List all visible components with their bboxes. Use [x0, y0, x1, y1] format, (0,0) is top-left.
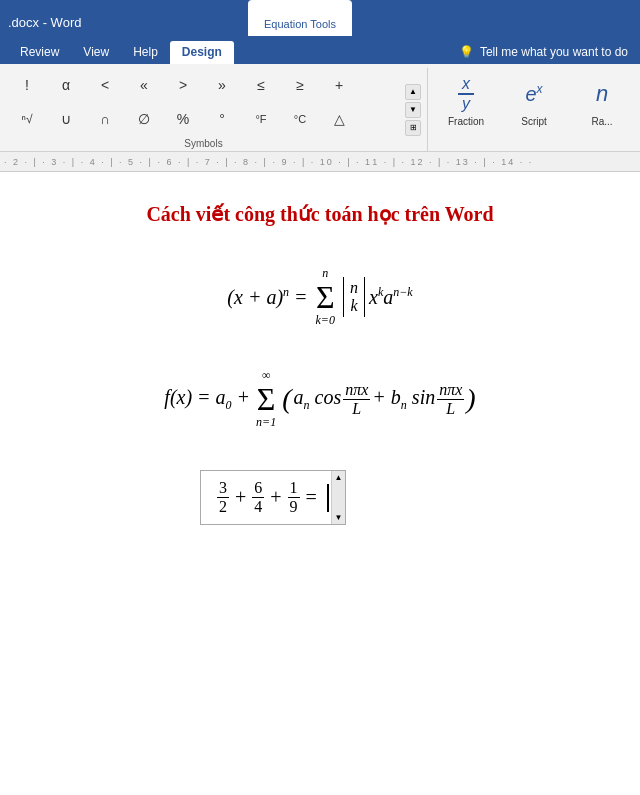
symbol-btn-lt[interactable]: <	[86, 70, 124, 100]
formula-2-fx: f(x) = a0 +	[164, 386, 250, 413]
scrollbar[interactable]: ▲ ▼	[331, 471, 345, 524]
symbols-grid: ! α < « > » ≤ ≥ +	[8, 68, 399, 102]
plus-1: +	[235, 486, 246, 509]
structures-group: x y Fraction ex Script n Ra...	[427, 68, 632, 151]
script-structure[interactable]: ex Script	[504, 68, 564, 131]
tell-me-text: Tell me what you want to do	[480, 45, 628, 59]
tell-me-area[interactable]: 💡 Tell me what you want to do	[447, 41, 640, 64]
formula-2: f(x) = a0 + ∞ Σ n=1 ( an cos nπx L + bn …	[60, 368, 580, 430]
symbols-group: ! α < « > » ≤ ≥ + ⁿ√ ∪ ∩ ∅ % ° °F °C △ S…	[8, 68, 399, 151]
script-icon: ex	[525, 72, 542, 116]
inline-formula-box[interactable]: 3 2 + 6 4 + 1 9 = ▲ ▼	[200, 470, 346, 525]
scroll-down-arrow[interactable]: ▼	[405, 102, 421, 118]
symbol-btn-intersect[interactable]: ∩	[86, 104, 124, 134]
symbol-btn-degF[interactable]: °F	[242, 104, 280, 134]
frac-6-4: 6 4	[252, 479, 264, 516]
script-label: Script	[521, 116, 547, 127]
filename: .docx - Word	[8, 15, 81, 36]
ruler: · 2 · | · 3 · | · 4 · | · 5 · | · 6 · | …	[0, 152, 640, 172]
equation-tools-tab: Equation Tools	[248, 0, 352, 36]
formula-2-paren-close: )	[466, 383, 475, 415]
binom-nk: n k	[343, 277, 365, 317]
symbol-btn-empty[interactable]: ∅	[125, 104, 163, 134]
lightbulb-icon: 💡	[459, 45, 474, 59]
plus-2: +	[270, 486, 281, 509]
scroll-up[interactable]: ▲	[334, 473, 342, 482]
symbol-btn-excl[interactable]: !	[8, 70, 46, 100]
symbol-btn-degree[interactable]: °	[203, 104, 241, 134]
symbol-btn-nroot[interactable]: ⁿ√	[8, 104, 46, 134]
formula-2-paren-open: (	[282, 383, 291, 415]
radical-icon: n	[596, 72, 608, 116]
scroll-expand-arrow[interactable]: ⊞	[405, 120, 421, 136]
symbol-btn-union[interactable]: ∪	[47, 104, 85, 134]
symbol-btn-degC[interactable]: °C	[281, 104, 319, 134]
symbol-btn-gg[interactable]: »	[203, 70, 241, 100]
symbols-label: Symbols	[8, 136, 399, 151]
symbol-btn-plus[interactable]: +	[320, 70, 358, 100]
tab-review[interactable]: Review	[8, 41, 71, 64]
fraction-label: Fraction	[448, 116, 484, 127]
sum-symbol-1: n Σ k=0	[316, 266, 335, 328]
scroll-arrows: ▲ ▼ ⊞	[403, 68, 423, 151]
frac-npi-x-L-2: nπx L	[437, 381, 464, 418]
symbol-btn-le[interactable]: ≤	[242, 70, 280, 100]
ribbon-content: ! α < « > » ≤ ≥ + ⁿ√ ∪ ∩ ∅ % ° °F °C △ S…	[0, 64, 640, 152]
formula-2-math: f(x) = a0 + ∞ Σ n=1 ( an cos nπx L + bn …	[164, 368, 475, 430]
formula-1: (x + a)n = n Σ k=0 n k xkan−k	[60, 266, 580, 328]
symbol-btn-percent[interactable]: %	[164, 104, 202, 134]
symbol-btn-triangle[interactable]: △	[320, 104, 358, 134]
sum-symbol-2: ∞ Σ n=1	[256, 368, 276, 430]
frac-1-9: 1 9	[288, 479, 300, 516]
fraction-icon: x y	[458, 72, 474, 116]
formula-3-container: 3 2 + 6 4 + 1 9 = ▲ ▼	[60, 470, 580, 525]
document-title: Cách viết công thức toán học trên Word	[60, 202, 580, 226]
frac-3-2: 3 2	[217, 479, 229, 516]
scroll-down[interactable]: ▼	[334, 513, 342, 522]
symbol-btn-ll[interactable]: «	[125, 70, 163, 100]
tab-design[interactable]: Design	[170, 41, 234, 64]
radical-label: Ra...	[591, 116, 612, 127]
formula-2-an: an cos	[294, 386, 342, 413]
symbol-btn-gt[interactable]: >	[164, 70, 202, 100]
title-bar: .docx - Word Equation Tools	[0, 0, 640, 36]
tab-view[interactable]: View	[71, 41, 121, 64]
formula-2-plus-bn: + bn sin	[372, 386, 435, 413]
radical-structure[interactable]: n Ra...	[572, 68, 632, 131]
symbol-btn-alpha[interactable]: α	[47, 70, 85, 100]
frac-npi-x-L: nπx L	[343, 381, 370, 418]
formula-1-math: (x + a)n = n Σ k=0 n k xkan−k	[227, 266, 412, 328]
symbol-btn-ge[interactable]: ≥	[281, 70, 319, 100]
fraction-structure[interactable]: x y Fraction	[436, 68, 496, 131]
equals-sign: =	[306, 486, 317, 509]
symbols-grid-2: ⁿ√ ∪ ∩ ∅ % ° °F °C △	[8, 102, 399, 136]
document-area: Cách viết công thức toán học trên Word (…	[0, 172, 640, 555]
formula-1-left: (x + a)n =	[227, 285, 307, 309]
scroll-up-arrow[interactable]: ▲	[405, 84, 421, 100]
equation-tools-label: Equation Tools	[264, 18, 336, 30]
formula-1-right: xkan−k	[369, 285, 413, 309]
tab-help[interactable]: Help	[121, 41, 170, 64]
text-cursor	[327, 484, 329, 512]
ruler-content: · 2 · | · 3 · | · 4 · | · 5 · | · 6 · | …	[4, 157, 533, 167]
ribbon-tabs: Review View Help Design 💡 Tell me what y…	[0, 36, 640, 64]
